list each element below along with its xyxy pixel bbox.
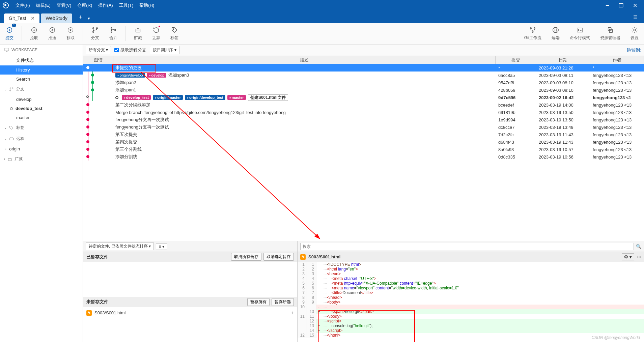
tags-header[interactable]: ⌄ 标签	[0, 122, 83, 133]
tab-add-button[interactable]: +	[76, 14, 85, 23]
sidebar-branch-develop-test[interactable]: develop_test	[0, 104, 83, 113]
show-remote-checkbox[interactable]: 显示远程分支	[114, 47, 146, 53]
unstage-all-button[interactable]: 取消所有暂存	[231, 253, 261, 261]
close-icon[interactable]: ✕	[633, 2, 637, 9]
unstage-selected-button[interactable]: 取消选定暂存	[263, 253, 294, 261]
commit-row[interactable]: 第五次提交7d2c2fc2023-03-19 11:43fengyehong12…	[83, 131, 644, 138]
branch-button[interactable]: 分支	[88, 25, 103, 42]
menu-repo[interactable]: 仓库(R)	[77, 2, 92, 8]
commits-list[interactable]: 未提交的更改*2023-09-03 21:28*𝓋 origin/develop…	[83, 64, 644, 241]
branch-filter-select[interactable]: 所有分支 ▾	[86, 46, 111, 54]
col-author[interactable]: 作者	[590, 56, 644, 64]
stage-selected-button[interactable]: 暂存所选	[272, 298, 294, 306]
sort-select[interactable]: 按日期排序 ▾	[150, 46, 179, 54]
sidebar-item-search[interactable]: Search	[0, 75, 83, 84]
commit-row[interactable]: 第四次提交d684f432023-03-19 11:43fengyehong12…	[83, 138, 644, 146]
tab-git-test[interactable]: Git_Test ✕	[4, 13, 39, 23]
modified-file-icon: ✎	[300, 254, 306, 260]
commit-row[interactable]: Merge branch 'fengyehong' of https://git…	[83, 109, 644, 116]
maximize-icon[interactable]: ❐	[619, 2, 623, 9]
menu-edit[interactable]: 编辑(E)	[36, 2, 51, 8]
push-button[interactable]: 推送	[45, 25, 60, 42]
terminal-button[interactable]: 命令行模式	[566, 25, 593, 42]
monitor-icon	[4, 47, 9, 53]
sidebar-remote-origin[interactable]: › origin	[0, 144, 83, 153]
svg-rect-18	[609, 29, 612, 32]
svg-point-14	[532, 31, 533, 33]
menu-action[interactable]: 操作(A)	[98, 2, 113, 8]
svg-point-5	[93, 31, 94, 33]
commit-button[interactable]: 1 提交	[2, 25, 17, 42]
stash-button[interactable]: 贮藏	[131, 25, 145, 42]
diff-line: 11····<!DOCTYPE html>	[298, 262, 644, 267]
commit-row[interactable]: 𝓋 develop_test𝓋 origin/master𝓋 origin/de…	[83, 94, 644, 101]
col-graph[interactable]: 图谱	[83, 56, 113, 64]
file-sort-select[interactable]: 待定的文件, 已依照文件状态排序 ▾	[86, 243, 154, 250]
commit-row[interactable]: 添加分割线0d8c3352023-03-19 10:56fengyehong12…	[83, 153, 644, 161]
remote-button[interactable]: 远端	[548, 25, 563, 42]
diff-file-path: S003/S001.html	[308, 254, 340, 259]
col-commit[interactable]: 提交	[496, 56, 536, 64]
view-mode-select[interactable]: ≡ ▾	[156, 243, 167, 250]
stage-all-button[interactable]: 暂存所有	[247, 298, 270, 306]
gitflow-button[interactable]: Git工作流	[521, 25, 545, 42]
sidebar-item-history[interactable]: History	[0, 65, 83, 75]
sidebar-branch-develop[interactable]: develop	[0, 95, 83, 104]
diff-settings-button[interactable]: ⚙ ▾	[622, 253, 634, 260]
stash-icon	[7, 156, 12, 162]
sidebar: WORKSPACE 文件状态 History Search ⌄ 分支 devel…	[0, 45, 83, 342]
commit-row[interactable]: fengyehong分支再一次测试dc8cce72023-03-19 13:49…	[83, 123, 644, 131]
workspace-header[interactable]: WORKSPACE	[0, 45, 83, 55]
commit-row[interactable]: 第三个分割线8a0fc932023-03-19 10:57fengyehong1…	[83, 146, 644, 153]
menu-view[interactable]: 查看(V)	[57, 2, 71, 8]
chevron-down-icon: ⌄	[4, 137, 7, 141]
tab-webstudy[interactable]: WebStudy	[41, 13, 72, 23]
svg-rect-10	[136, 29, 140, 32]
commit-row[interactable]: 添加span1428b0592023-09-03 08:10fengyehong…	[83, 86, 644, 94]
diff-line: 1111····</body>	[298, 314, 644, 319]
discard-button[interactable]: 丢弃	[149, 25, 164, 42]
tag-button[interactable]: 标签	[167, 25, 182, 42]
svg-point-19	[634, 29, 636, 31]
menu-help[interactable]: 帮助(H)	[139, 2, 154, 8]
pull-button[interactable]: 拉取	[27, 25, 41, 42]
staged-files-list[interactable]	[83, 262, 297, 297]
fetch-button[interactable]: 获取	[63, 25, 78, 42]
svg-point-4	[93, 28, 94, 29]
settings-button[interactable]: 设置	[627, 25, 642, 42]
stage-file-button[interactable]: +	[291, 310, 294, 316]
menu-tools[interactable]: 工具(T)	[119, 2, 134, 8]
discard-dot-icon	[159, 26, 160, 27]
remotes-header[interactable]: ⌄ 远程	[0, 133, 83, 144]
commit-row[interactable]: 未提交的更改*2023-09-03 21:28*	[83, 64, 644, 72]
sidebar-item-filestatus[interactable]: 文件状态	[0, 55, 83, 65]
commit-row[interactable]: 添加span29547df62023-09-03 08:10fengyehong…	[83, 79, 644, 86]
commit-row[interactable]: 第二次分隔线添加bceedef2023-03-19 14:00fengyehon…	[83, 101, 644, 109]
file-item[interactable]: ✎ S003/S001.html +	[86, 309, 295, 317]
search-icon[interactable]: 🔍	[636, 244, 641, 249]
col-date[interactable]: 日期	[536, 56, 590, 64]
branches-header[interactable]: ⌄ 分支	[0, 84, 83, 95]
merge-button[interactable]: 合并	[106, 25, 121, 42]
diff-content[interactable]: 11····<!DOCTYPE html>22····<html lang="e…	[298, 262, 644, 342]
tab-close-icon[interactable]: ✕	[31, 16, 35, 21]
diff-more-button[interactable]: ⋯	[637, 254, 641, 259]
main-menu: 文件(F) 编辑(E) 查看(V) 仓库(R) 操作(A) 工具(T) 帮助(H…	[16, 2, 606, 8]
svg-point-12	[530, 28, 532, 29]
explorer-button[interactable]: 资源管理器	[597, 25, 624, 42]
menu-file[interactable]: 文件(F)	[16, 2, 30, 8]
hamburger-icon[interactable]: ≡	[631, 13, 640, 23]
commit-row[interactable]: fengyehong分支再一次测试1e9d9942023-03-19 13:50…	[83, 116, 644, 123]
tab-more-icon[interactable]: ▾	[86, 16, 91, 23]
unstaged-files-list[interactable]: ✎ S003/S001.html +	[83, 307, 297, 342]
sidebar-branch-master[interactable]: master	[0, 113, 83, 122]
diff-search-input[interactable]	[300, 243, 634, 250]
col-desc[interactable]: 描述	[113, 56, 496, 64]
app-logo-icon	[3, 2, 9, 8]
jump-to-link[interactable]: 跳转到:	[627, 47, 641, 53]
svg-point-23	[12, 87, 13, 88]
stashes-header[interactable]: › 贮藏	[0, 153, 83, 165]
minimize-icon[interactable]: ━	[606, 2, 609, 9]
commit-row[interactable]: 𝓋 origin/develop𝓋 develop添加span36acc8a52…	[83, 72, 644, 79]
diff-line: 44···· <meta charset="UTF-8">	[298, 276, 644, 281]
